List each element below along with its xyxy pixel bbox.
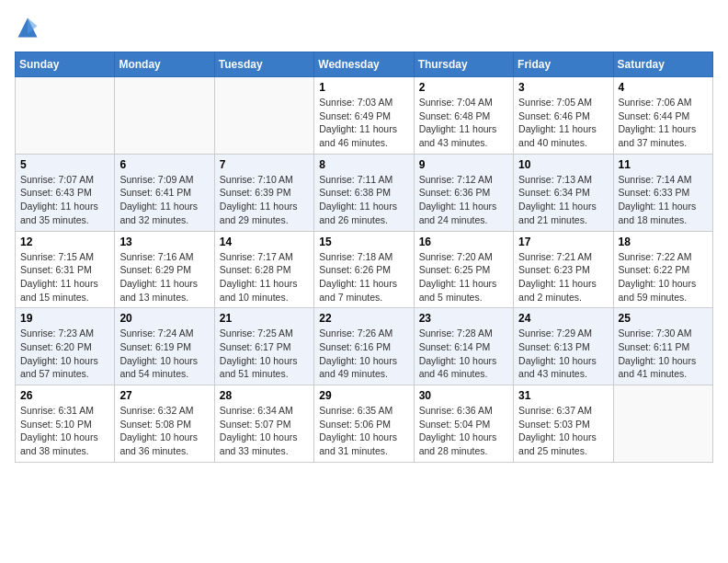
calendar-cell: 6Sunrise: 7:09 AM Sunset: 6:41 PM Daylig… xyxy=(115,154,214,231)
day-header-tuesday: Tuesday xyxy=(214,52,313,77)
calendar-cell xyxy=(16,77,115,155)
day-info: Sunrise: 7:28 AM Sunset: 6:14 PM Dayligh… xyxy=(419,327,508,381)
day-info: Sunrise: 7:14 AM Sunset: 6:33 PM Dayligh… xyxy=(619,173,708,227)
day-info: Sunrise: 6:37 AM Sunset: 5:03 PM Dayligh… xyxy=(518,404,608,458)
day-info: Sunrise: 7:25 AM Sunset: 6:17 PM Dayligh… xyxy=(220,327,309,381)
day-number: 15 xyxy=(319,236,408,248)
day-info: Sunrise: 7:20 AM Sunset: 6:25 PM Dayligh… xyxy=(419,250,508,304)
calendar-cell: 11Sunrise: 7:14 AM Sunset: 6:33 PM Dayli… xyxy=(613,154,712,231)
page-header xyxy=(15,15,713,40)
calendar-header-row: SundayMondayTuesdayWednesdayThursdayFrid… xyxy=(16,52,713,77)
calendar-cell xyxy=(613,385,712,463)
day-number: 13 xyxy=(119,236,209,248)
calendar-cell: 4Sunrise: 7:06 AM Sunset: 6:44 PM Daylig… xyxy=(613,77,712,155)
day-header-sunday: Sunday xyxy=(16,52,115,77)
day-info: Sunrise: 6:34 AM Sunset: 5:07 PM Dayligh… xyxy=(220,404,309,458)
day-number: 27 xyxy=(119,389,209,402)
day-info: Sunrise: 7:17 AM Sunset: 6:28 PM Dayligh… xyxy=(220,250,309,304)
day-header-monday: Monday xyxy=(115,52,214,77)
day-number: 9 xyxy=(419,158,508,171)
day-info: Sunrise: 6:35 AM Sunset: 5:06 PM Dayligh… xyxy=(319,404,408,458)
day-info: Sunrise: 7:15 AM Sunset: 6:31 PM Dayligh… xyxy=(20,250,109,304)
day-number: 3 xyxy=(518,81,608,94)
calendar-cell: 17Sunrise: 7:21 AM Sunset: 6:23 PM Dayli… xyxy=(514,231,613,308)
calendar-cell: 8Sunrise: 7:11 AM Sunset: 6:38 PM Daylig… xyxy=(314,154,414,231)
calendar-cell: 16Sunrise: 7:20 AM Sunset: 6:25 PM Dayli… xyxy=(414,231,513,308)
calendar-table: SundayMondayTuesdayWednesdayThursdayFrid… xyxy=(15,52,713,463)
day-info: Sunrise: 6:36 AM Sunset: 5:04 PM Dayligh… xyxy=(419,404,508,458)
calendar-cell xyxy=(115,77,214,155)
day-info: Sunrise: 7:13 AM Sunset: 6:34 PM Dayligh… xyxy=(518,173,608,227)
calendar-cell: 12Sunrise: 7:15 AM Sunset: 6:31 PM Dayli… xyxy=(16,231,115,308)
logo xyxy=(15,15,44,40)
calendar-cell: 23Sunrise: 7:28 AM Sunset: 6:14 PM Dayli… xyxy=(414,308,513,385)
calendar-cell: 2Sunrise: 7:04 AM Sunset: 6:48 PM Daylig… xyxy=(414,77,513,155)
logo-icon xyxy=(15,15,40,40)
calendar-cell: 20Sunrise: 7:24 AM Sunset: 6:19 PM Dayli… xyxy=(115,308,214,385)
day-number: 16 xyxy=(419,236,508,248)
day-number: 18 xyxy=(619,236,708,248)
day-header-friday: Friday xyxy=(514,52,613,77)
calendar-cell: 1Sunrise: 7:03 AM Sunset: 6:49 PM Daylig… xyxy=(314,77,414,155)
calendar-cell: 29Sunrise: 6:35 AM Sunset: 5:06 PM Dayli… xyxy=(314,385,414,463)
day-number: 2 xyxy=(419,81,508,94)
day-info: Sunrise: 7:29 AM Sunset: 6:13 PM Dayligh… xyxy=(518,327,608,381)
day-number: 31 xyxy=(518,389,608,402)
day-number: 10 xyxy=(518,158,608,171)
day-number: 17 xyxy=(518,236,608,248)
day-info: Sunrise: 7:23 AM Sunset: 6:20 PM Dayligh… xyxy=(20,327,109,381)
day-info: Sunrise: 7:18 AM Sunset: 6:26 PM Dayligh… xyxy=(319,250,408,304)
calendar-week-row: 19Sunrise: 7:23 AM Sunset: 6:20 PM Dayli… xyxy=(16,308,713,385)
calendar-cell: 26Sunrise: 6:31 AM Sunset: 5:10 PM Dayli… xyxy=(16,385,115,463)
day-info: Sunrise: 7:21 AM Sunset: 6:23 PM Dayligh… xyxy=(518,250,608,304)
calendar-cell: 31Sunrise: 6:37 AM Sunset: 5:03 PM Dayli… xyxy=(514,385,613,463)
calendar-cell: 30Sunrise: 6:36 AM Sunset: 5:04 PM Dayli… xyxy=(414,385,513,463)
calendar-week-row: 12Sunrise: 7:15 AM Sunset: 6:31 PM Dayli… xyxy=(16,231,713,308)
day-info: Sunrise: 6:32 AM Sunset: 5:08 PM Dayligh… xyxy=(119,404,209,458)
day-number: 28 xyxy=(220,389,309,402)
day-info: Sunrise: 7:16 AM Sunset: 6:29 PM Dayligh… xyxy=(119,250,209,304)
day-info: Sunrise: 7:04 AM Sunset: 6:48 PM Dayligh… xyxy=(419,96,508,150)
calendar-week-row: 5Sunrise: 7:07 AM Sunset: 6:43 PM Daylig… xyxy=(16,154,713,231)
day-number: 11 xyxy=(619,158,708,171)
calendar-cell: 22Sunrise: 7:26 AM Sunset: 6:16 PM Dayli… xyxy=(314,308,414,385)
day-info: Sunrise: 7:03 AM Sunset: 6:49 PM Dayligh… xyxy=(319,96,408,150)
day-info: Sunrise: 7:05 AM Sunset: 6:46 PM Dayligh… xyxy=(518,96,608,150)
day-number: 7 xyxy=(220,158,309,171)
day-number: 1 xyxy=(319,81,408,94)
day-number: 6 xyxy=(119,158,209,171)
calendar-cell: 5Sunrise: 7:07 AM Sunset: 6:43 PM Daylig… xyxy=(16,154,115,231)
day-header-saturday: Saturday xyxy=(613,52,712,77)
day-number: 20 xyxy=(119,312,209,325)
calendar-cell: 25Sunrise: 7:30 AM Sunset: 6:11 PM Dayli… xyxy=(613,308,712,385)
calendar-week-row: 1Sunrise: 7:03 AM Sunset: 6:49 PM Daylig… xyxy=(16,77,713,155)
calendar-cell: 19Sunrise: 7:23 AM Sunset: 6:20 PM Dayli… xyxy=(16,308,115,385)
day-number: 5 xyxy=(20,158,109,171)
calendar-cell: 9Sunrise: 7:12 AM Sunset: 6:36 PM Daylig… xyxy=(414,154,513,231)
day-info: Sunrise: 7:07 AM Sunset: 6:43 PM Dayligh… xyxy=(20,173,109,227)
calendar-cell: 14Sunrise: 7:17 AM Sunset: 6:28 PM Dayli… xyxy=(214,231,313,308)
day-number: 21 xyxy=(220,312,309,325)
calendar-cell: 18Sunrise: 7:22 AM Sunset: 6:22 PM Dayli… xyxy=(613,231,712,308)
day-number: 26 xyxy=(20,389,109,402)
day-info: Sunrise: 7:22 AM Sunset: 6:22 PM Dayligh… xyxy=(619,250,708,304)
day-header-thursday: Thursday xyxy=(414,52,513,77)
day-number: 19 xyxy=(20,312,109,325)
day-info: Sunrise: 7:24 AM Sunset: 6:19 PM Dayligh… xyxy=(119,327,209,381)
calendar-cell: 7Sunrise: 7:10 AM Sunset: 6:39 PM Daylig… xyxy=(214,154,313,231)
calendar-week-row: 26Sunrise: 6:31 AM Sunset: 5:10 PM Dayli… xyxy=(16,385,713,463)
day-info: Sunrise: 7:09 AM Sunset: 6:41 PM Dayligh… xyxy=(119,173,209,227)
day-number: 29 xyxy=(319,389,408,402)
day-info: Sunrise: 7:11 AM Sunset: 6:38 PM Dayligh… xyxy=(319,173,408,227)
day-number: 22 xyxy=(319,312,408,325)
day-info: Sunrise: 7:30 AM Sunset: 6:11 PM Dayligh… xyxy=(619,327,708,381)
calendar-cell: 13Sunrise: 7:16 AM Sunset: 6:29 PM Dayli… xyxy=(115,231,214,308)
day-number: 25 xyxy=(619,312,708,325)
calendar-cell xyxy=(214,77,313,155)
calendar-cell: 24Sunrise: 7:29 AM Sunset: 6:13 PM Dayli… xyxy=(514,308,613,385)
day-number: 23 xyxy=(419,312,508,325)
calendar-cell: 27Sunrise: 6:32 AM Sunset: 5:08 PM Dayli… xyxy=(115,385,214,463)
calendar-cell: 10Sunrise: 7:13 AM Sunset: 6:34 PM Dayli… xyxy=(514,154,613,231)
day-header-wednesday: Wednesday xyxy=(314,52,414,77)
day-number: 30 xyxy=(419,389,508,402)
